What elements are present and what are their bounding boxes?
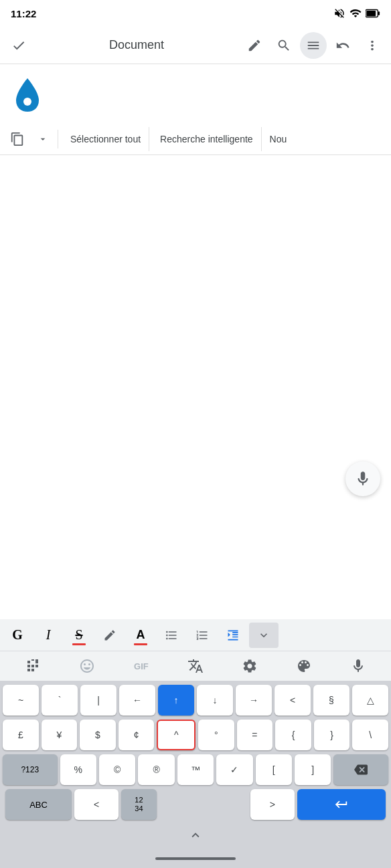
less-than-bottom-key[interactable]: <	[74, 789, 119, 820]
backspace-key[interactable]	[333, 754, 388, 785]
collapse-keyboard-button[interactable]	[175, 825, 216, 848]
copy-icon[interactable]	[5, 127, 29, 151]
muted-icon	[333, 7, 345, 19]
expand-button[interactable]	[249, 623, 279, 648]
pound-key[interactable]: £	[3, 720, 39, 750]
search-button[interactable]	[270, 32, 297, 59]
enter-key[interactable]	[297, 789, 386, 820]
doc-area	[0, 64, 391, 123]
equals-key[interactable]: =	[237, 720, 273, 750]
svg-rect-2	[366, 11, 376, 16]
up-arrow-key[interactable]: ↑	[158, 685, 194, 716]
numbered-list-button[interactable]	[187, 623, 217, 648]
symbol-row-1: ~ ` | ← ↑ ↓ → < § △	[3, 685, 388, 716]
degree-key[interactable]: °	[198, 720, 234, 750]
right-brace-key[interactable]: }	[314, 720, 350, 750]
theme-button[interactable]	[277, 653, 331, 679]
smart-search-button[interactable]: Recherche intelligente	[152, 127, 262, 151]
svg-rect-1	[378, 11, 380, 15]
doc-content[interactable]	[0, 155, 391, 356]
checkmark-key[interactable]: ✓	[216, 754, 252, 785]
status-time: 11:22	[11, 8, 36, 19]
keyboard-voice-button[interactable]	[331, 653, 386, 679]
wifi-icon	[349, 7, 362, 19]
right-bracket-key[interactable]: ]	[295, 754, 331, 785]
home-indicator	[0, 849, 391, 868]
strikethrough-button[interactable]: S	[64, 623, 94, 648]
keyboard-bottom-row: ABC < 1234 >	[3, 789, 388, 820]
emoji-button[interactable]	[60, 653, 114, 679]
pen-format-button[interactable]	[95, 623, 125, 648]
symbol-row-2: £ ¥ $ ¢ ^ ° = { } \	[3, 720, 388, 750]
translate-button[interactable]	[168, 653, 222, 679]
down-arrow-key[interactable]: ↓	[197, 685, 233, 716]
copyright-key[interactable]: ©	[99, 754, 135, 785]
cent-key[interactable]: ¢	[119, 720, 155, 750]
less-than-key[interactable]: <	[275, 685, 311, 716]
list-button[interactable]	[300, 32, 327, 59]
pipe-key[interactable]: |	[80, 685, 116, 716]
bold-button[interactable]: G	[3, 623, 32, 648]
delta-key[interactable]: △	[352, 685, 388, 716]
status-icons	[333, 7, 380, 19]
gif-button[interactable]: GIF	[114, 653, 168, 679]
abc-key[interactable]: ABC	[5, 789, 72, 820]
arrow-keys-area: ~ ` | ← ↑ ↓ → < § △ £ ¥ $ ¢ ^ ° = { } \ …	[0, 681, 391, 849]
symbol-row-3: ?123 % © ® ™ ✓ [ ]	[3, 754, 388, 785]
trademark-key[interactable]: ™	[177, 754, 214, 785]
more-button[interactable]	[359, 32, 386, 59]
battery-icon	[366, 9, 380, 18]
select-all-button[interactable]: Sélectionner tout	[62, 127, 149, 151]
document-title: Document	[32, 38, 241, 52]
italic-button[interactable]: I	[33, 623, 63, 648]
yen-key[interactable]: ¥	[42, 720, 78, 750]
backtick-key[interactable]: `	[42, 685, 78, 716]
collapse-row	[3, 824, 388, 849]
numbers-switch-key[interactable]: ?123	[3, 754, 58, 785]
backslash-key[interactable]: \	[352, 720, 388, 750]
pen-button[interactable]	[241, 32, 268, 59]
undo-button[interactable]	[329, 32, 356, 59]
font-color-button[interactable]: A	[126, 623, 155, 648]
app-logo	[11, 75, 44, 115]
greater-than-key[interactable]: >	[250, 789, 295, 820]
expand-chevron[interactable]	[32, 127, 54, 151]
keyboard-apps-button[interactable]	[5, 653, 60, 679]
keyboard-special-row: GIF	[0, 651, 391, 681]
caret-key[interactable]: ^	[157, 720, 196, 750]
section-key[interactable]: §	[313, 685, 349, 716]
left-brace-key[interactable]: {	[275, 720, 311, 750]
check-button[interactable]	[5, 32, 32, 59]
left-bracket-key[interactable]: [	[256, 754, 292, 785]
keyboard-area: G I S A	[0, 619, 391, 868]
dollar-key[interactable]: $	[80, 720, 116, 750]
right-arrow-key[interactable]: →	[236, 685, 272, 716]
app-toolbar: Document	[0, 27, 391, 64]
context-bar: Sélectionner tout Recherche intelligente…	[0, 123, 391, 155]
indent-button[interactable]	[218, 623, 248, 648]
svg-point-3	[23, 98, 31, 106]
voice-fab[interactable]	[345, 461, 380, 496]
status-bar: 11:22	[0, 0, 391, 27]
context-divider	[58, 130, 58, 148]
registered-key[interactable]: ®	[138, 754, 174, 785]
tilde-key[interactable]: ~	[3, 685, 39, 716]
format-toolbar: G I S A	[0, 619, 391, 651]
home-bar	[155, 857, 236, 860]
percent-key[interactable]: %	[60, 754, 96, 785]
space-area	[159, 789, 248, 820]
settings-button[interactable]	[223, 653, 277, 679]
left-arrow-key[interactable]: ←	[119, 685, 155, 716]
microphone-icon	[354, 470, 372, 487]
toolbar-actions	[241, 32, 386, 59]
numbers-grid-key[interactable]: 1234	[121, 789, 157, 820]
new-item-button[interactable]: Nou	[264, 127, 293, 151]
bullet-list-button[interactable]	[157, 623, 186, 648]
